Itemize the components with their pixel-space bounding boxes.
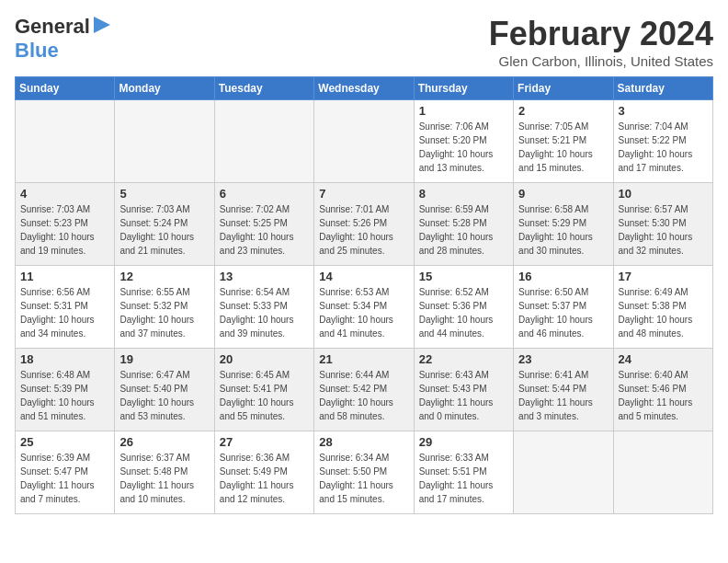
weekday-header-monday: Monday: [115, 77, 214, 100]
calendar-cell: 21Sunrise: 6:44 AM Sunset: 5:42 PM Dayli…: [314, 349, 414, 431]
day-info: Sunrise: 7:05 AM Sunset: 5:21 PM Dayligh…: [518, 120, 608, 175]
calendar-cell: 4Sunrise: 7:03 AM Sunset: 5:23 PM Daylig…: [16, 183, 115, 266]
calendar-cell: [613, 431, 712, 514]
day-info: Sunrise: 6:54 AM Sunset: 5:33 PM Dayligh…: [220, 285, 309, 340]
month-title: February 2024: [489, 15, 713, 53]
day-info: Sunrise: 6:58 AM Sunset: 5:29 PM Dayligh…: [518, 202, 608, 258]
day-info: Sunrise: 6:39 AM Sunset: 5:47 PM Dayligh…: [20, 451, 109, 506]
day-number: 9: [518, 187, 608, 201]
logo-general-text: General: [15, 15, 90, 39]
calendar-week-row: 11Sunrise: 6:56 AM Sunset: 5:31 PM Dayli…: [16, 266, 713, 349]
day-info: Sunrise: 6:57 AM Sunset: 5:30 PM Dayligh…: [619, 202, 708, 258]
day-info: Sunrise: 6:34 AM Sunset: 5:50 PM Dayligh…: [319, 451, 408, 506]
weekday-header-friday: Friday: [514, 77, 613, 100]
calendar-cell: 19Sunrise: 6:47 AM Sunset: 5:40 PM Dayli…: [115, 349, 214, 431]
day-number: 20: [220, 352, 309, 366]
day-info: Sunrise: 6:40 AM Sunset: 5:46 PM Dayligh…: [619, 368, 708, 423]
day-number: 3: [619, 104, 708, 118]
logo-arrow-icon: [94, 17, 110, 33]
day-number: 22: [419, 352, 508, 366]
calendar-cell: 25Sunrise: 6:39 AM Sunset: 5:47 PM Dayli…: [16, 431, 115, 514]
location-subtitle: Glen Carbon, Illinois, United States: [489, 53, 713, 69]
day-number: 17: [619, 270, 708, 283]
calendar-cell: 18Sunrise: 6:48 AM Sunset: 5:39 PM Dayli…: [16, 349, 115, 431]
day-info: Sunrise: 6:56 AM Sunset: 5:31 PM Dayligh…: [20, 285, 109, 340]
calendar-cell: 28Sunrise: 6:34 AM Sunset: 5:50 PM Dayli…: [314, 431, 414, 514]
day-number: 19: [119, 352, 209, 366]
day-number: 8: [419, 187, 508, 201]
calendar-week-row: 25Sunrise: 6:39 AM Sunset: 5:47 PM Dayli…: [16, 431, 713, 514]
day-info: Sunrise: 6:52 AM Sunset: 5:36 PM Dayligh…: [419, 285, 508, 340]
svg-marker-0: [94, 17, 110, 33]
day-info: Sunrise: 6:48 AM Sunset: 5:39 PM Dayligh…: [20, 368, 109, 423]
calendar-cell: 11Sunrise: 6:56 AM Sunset: 5:31 PM Dayli…: [16, 266, 115, 349]
day-number: 23: [518, 352, 608, 366]
day-number: 5: [119, 187, 209, 201]
calendar-cell: 24Sunrise: 6:40 AM Sunset: 5:46 PM Dayli…: [613, 349, 712, 431]
day-number: 25: [20, 435, 109, 449]
weekday-header-thursday: Thursday: [414, 77, 513, 100]
day-number: 11: [20, 270, 109, 283]
calendar-week-row: 18Sunrise: 6:48 AM Sunset: 5:39 PM Dayli…: [16, 349, 713, 431]
logo-blue-text: Blue: [15, 39, 59, 62]
day-info: Sunrise: 6:47 AM Sunset: 5:40 PM Dayligh…: [119, 368, 209, 423]
calendar-cell: 26Sunrise: 6:37 AM Sunset: 5:48 PM Dayli…: [115, 431, 214, 514]
calendar-cell: 16Sunrise: 6:50 AM Sunset: 5:37 PM Dayli…: [514, 266, 613, 349]
weekday-header-sunday: Sunday: [16, 77, 115, 100]
day-number: 4: [20, 187, 109, 201]
weekday-header-saturday: Saturday: [613, 77, 712, 100]
day-number: 18: [20, 352, 109, 366]
calendar-cell: 8Sunrise: 6:59 AM Sunset: 5:28 PM Daylig…: [414, 183, 513, 266]
day-number: 27: [220, 435, 309, 449]
day-number: 14: [319, 270, 408, 283]
calendar-cell: 5Sunrise: 7:03 AM Sunset: 5:24 PM Daylig…: [115, 183, 214, 266]
day-number: 24: [619, 352, 708, 366]
calendar-cell: 3Sunrise: 7:04 AM Sunset: 5:22 PM Daylig…: [613, 100, 712, 183]
day-number: 10: [619, 187, 708, 201]
day-number: 26: [119, 435, 209, 449]
calendar-cell: 12Sunrise: 6:55 AM Sunset: 5:32 PM Dayli…: [115, 266, 214, 349]
day-number: 6: [220, 187, 309, 201]
weekday-header-tuesday: Tuesday: [214, 77, 313, 100]
day-info: Sunrise: 6:36 AM Sunset: 5:49 PM Dayligh…: [220, 451, 309, 506]
calendar-cell: 2Sunrise: 7:05 AM Sunset: 5:21 PM Daylig…: [514, 100, 613, 183]
day-number: 1: [419, 104, 508, 118]
day-info: Sunrise: 6:50 AM Sunset: 5:37 PM Dayligh…: [518, 285, 608, 340]
day-number: 21: [319, 352, 408, 366]
day-number: 7: [319, 187, 408, 201]
day-info: Sunrise: 7:03 AM Sunset: 5:24 PM Dayligh…: [119, 202, 209, 258]
day-info: Sunrise: 6:49 AM Sunset: 5:38 PM Dayligh…: [619, 285, 708, 340]
calendar-cell: 9Sunrise: 6:58 AM Sunset: 5:29 PM Daylig…: [514, 183, 613, 266]
weekday-header-wednesday: Wednesday: [314, 77, 414, 100]
day-info: Sunrise: 6:41 AM Sunset: 5:44 PM Dayligh…: [518, 368, 608, 423]
day-number: 2: [518, 104, 608, 118]
day-number: 28: [319, 435, 408, 449]
calendar-cell: 14Sunrise: 6:53 AM Sunset: 5:34 PM Dayli…: [314, 266, 414, 349]
calendar-cell: 20Sunrise: 6:45 AM Sunset: 5:41 PM Dayli…: [214, 349, 313, 431]
calendar-cell: 7Sunrise: 7:01 AM Sunset: 5:26 PM Daylig…: [314, 183, 414, 266]
calendar-cell: 22Sunrise: 6:43 AM Sunset: 5:43 PM Dayli…: [414, 349, 513, 431]
day-info: Sunrise: 7:04 AM Sunset: 5:22 PM Dayligh…: [619, 120, 708, 175]
day-info: Sunrise: 7:02 AM Sunset: 5:25 PM Dayligh…: [220, 202, 309, 258]
calendar-cell: 10Sunrise: 6:57 AM Sunset: 5:30 PM Dayli…: [613, 183, 712, 266]
title-area: February 2024 Glen Carbon, Illinois, Uni…: [489, 15, 713, 69]
calendar-week-row: 1Sunrise: 7:06 AM Sunset: 5:20 PM Daylig…: [16, 100, 713, 183]
calendar-cell: 17Sunrise: 6:49 AM Sunset: 5:38 PM Dayli…: [613, 266, 712, 349]
calendar-cell: 27Sunrise: 6:36 AM Sunset: 5:49 PM Dayli…: [214, 431, 313, 514]
day-info: Sunrise: 6:43 AM Sunset: 5:43 PM Dayligh…: [419, 368, 508, 423]
day-info: Sunrise: 6:53 AM Sunset: 5:34 PM Dayligh…: [319, 285, 408, 340]
calendar-cell: 29Sunrise: 6:33 AM Sunset: 5:51 PM Dayli…: [414, 431, 513, 514]
calendar-cell: 1Sunrise: 7:06 AM Sunset: 5:20 PM Daylig…: [414, 100, 513, 183]
day-info: Sunrise: 7:06 AM Sunset: 5:20 PM Dayligh…: [419, 120, 508, 175]
day-info: Sunrise: 7:03 AM Sunset: 5:23 PM Dayligh…: [20, 202, 109, 258]
day-number: 29: [419, 435, 508, 449]
day-info: Sunrise: 7:01 AM Sunset: 5:26 PM Dayligh…: [319, 202, 408, 258]
calendar-cell: 15Sunrise: 6:52 AM Sunset: 5:36 PM Dayli…: [414, 266, 513, 349]
calendar-cell: 23Sunrise: 6:41 AM Sunset: 5:44 PM Dayli…: [514, 349, 613, 431]
calendar-table: SundayMondayTuesdayWednesdayThursdayFrid…: [15, 76, 713, 514]
day-info: Sunrise: 6:33 AM Sunset: 5:51 PM Dayligh…: [419, 451, 508, 506]
weekday-header-row: SundayMondayTuesdayWednesdayThursdayFrid…: [16, 77, 713, 100]
calendar-cell: [514, 431, 613, 514]
day-info: Sunrise: 6:55 AM Sunset: 5:32 PM Dayligh…: [119, 285, 209, 340]
calendar-cell: [314, 100, 414, 183]
